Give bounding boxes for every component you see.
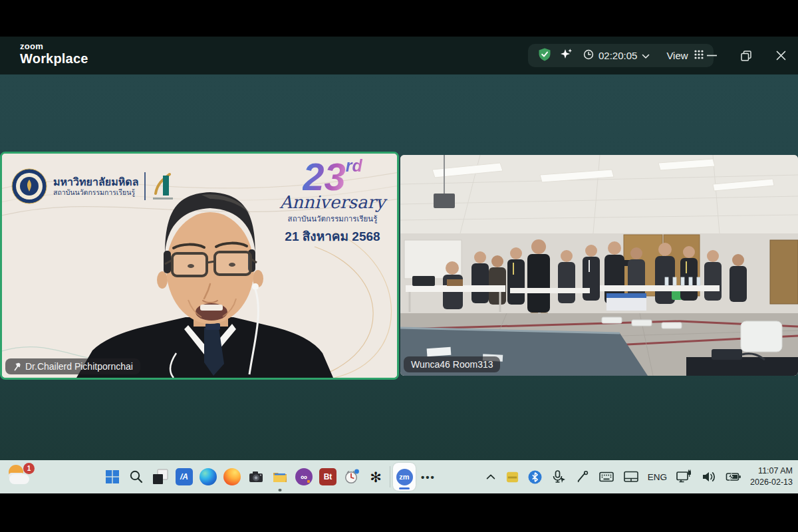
chatgpt-icon: ✻: [370, 470, 382, 484]
tray-chevron-up-button[interactable]: [485, 471, 497, 483]
battery-charging-icon: [726, 469, 741, 484]
chevron-up-icon: [485, 471, 497, 483]
mahidol-logo-block: มหาวิทยาลัยมหิดล สถาบันนวัตกรรมการเรียนร…: [11, 168, 174, 204]
taskbar-app-bt[interactable]: Bt: [316, 462, 340, 492]
active-app-indicator: [399, 487, 410, 489]
brand-workplace-text: Workplace: [20, 51, 88, 66]
meeting-controls-pill: 02:20:05 View: [528, 44, 714, 67]
start-button[interactable]: [100, 462, 124, 492]
brand-zoom-text: zoom: [20, 42, 88, 51]
timer-value: 02:20:05: [598, 50, 637, 61]
system-tray: ENG 11:07 AM 2026-02-13: [485, 460, 793, 493]
zoom-workplace-logo: zoom Workplace: [20, 42, 88, 66]
taskbar-app-firefox[interactable]: [220, 462, 244, 492]
taskbar-app-icons: /A ∞ Bt ✻: [100, 460, 440, 493]
video-tile-room[interactable]: Wunca46 Room313: [400, 155, 798, 376]
minimize-button[interactable]: [694, 37, 729, 74]
tray-volume-button[interactable]: [701, 469, 717, 485]
sticky-notes-icon: [505, 470, 519, 484]
anniversary-graphic: 23rd Anniversary สถาบันนวัตกรรมการเรียนร…: [273, 158, 392, 246]
edge-icon: [200, 468, 217, 485]
infinity-app-icon: ∞: [295, 468, 313, 485]
room-name-label: Wunca46 Room313: [404, 356, 500, 372]
more-dots-icon: •••: [421, 471, 436, 483]
logo-divider: [144, 172, 146, 200]
ica-app-icon: /A: [176, 468, 193, 485]
clock-icon: [583, 49, 594, 63]
restore-button[interactable]: [729, 37, 763, 74]
speaker-name-text: Dr.Chailerd Pichitpornchai: [25, 361, 133, 372]
touchpad-icon: [623, 469, 639, 485]
notification-badge: 1: [23, 463, 35, 474]
chevron-down-icon: [642, 50, 650, 62]
taskbar-app-file-explorer[interactable]: [268, 462, 292, 492]
tray-pen-button[interactable]: [575, 469, 590, 484]
anniversary-ordinal: rd: [346, 156, 362, 175]
meeting-stage: มหาวิทยาลัยมหิดล สถาบันนวัตกรรมการเรียนร…: [0, 74, 798, 460]
windows-icon: [105, 469, 120, 484]
pen-icon: [575, 469, 590, 484]
institute-name-thai: สถาบันนวัตกรรมการเรียนรู้: [53, 188, 138, 196]
encryption-shield-icon[interactable]: [537, 47, 552, 65]
cloud-icon: [9, 474, 29, 484]
task-view-button[interactable]: [148, 462, 172, 492]
keyboard-icon: [598, 469, 614, 485]
anniversary-word: Anniversary: [273, 192, 392, 212]
university-name-thai: มหาวิทยาลัยมหิดล: [53, 176, 138, 188]
meeting-timer[interactable]: 02:20:05: [583, 49, 650, 63]
search-icon: [129, 469, 144, 484]
tray-sticky-notes-button[interactable]: [505, 470, 519, 484]
room-video: [400, 155, 798, 376]
letterbox-bottom: [0, 493, 798, 532]
taskbar-divider: [390, 466, 390, 487]
tray-clock[interactable]: 11:07 AM 2026-02-13: [750, 466, 793, 488]
speaker-name-label: Dr.Chailerd Pichitpornchai: [5, 358, 140, 374]
windows-taskbar: 1 /A: [0, 460, 798, 493]
tray-battery-button[interactable]: [726, 469, 741, 484]
running-indicator: [279, 489, 282, 491]
tray-network-button[interactable]: [676, 469, 692, 485]
camera-icon: [248, 469, 264, 485]
alarm-clock-icon: [344, 469, 360, 485]
tray-time: 11:07 AM: [750, 466, 793, 477]
video-tile-speaker[interactable]: มหาวิทยาลัยมหิดล สถาบันนวัตกรรมการเรียนร…: [0, 152, 399, 380]
weather-widget-button[interactable]: 1: [7, 463, 37, 491]
taskbar-app-chatgpt[interactable]: ✻: [364, 462, 388, 492]
taskbar-more-button[interactable]: •••: [416, 462, 440, 492]
anniversary-date-thai: 21 สิงหาคม 2568: [273, 226, 392, 246]
microphone-cursor-icon: [551, 469, 567, 485]
zoom-title-bar: zoom Workplace 02:20:05 View: [0, 37, 798, 74]
tray-touch-keyboard-button[interactable]: [598, 469, 614, 485]
language-indicator[interactable]: ENG: [648, 472, 667, 482]
taskbar-app-camera[interactable]: [244, 462, 268, 492]
tray-bluetooth-button[interactable]: [528, 470, 542, 484]
taskbar-app-ica[interactable]: /A: [172, 462, 196, 492]
taskbar-app-edge[interactable]: [196, 462, 220, 492]
close-button[interactable]: [763, 37, 798, 74]
institute-anniversary-logo-icon: [152, 171, 174, 201]
pin-icon: [13, 362, 21, 371]
letterbox-top: [0, 0, 798, 37]
window-controls: [694, 37, 798, 74]
tray-microphone-button[interactable]: [551, 469, 567, 485]
anniversary-subtitle-thai: สถาบันนวัตกรรมการเรียนรู้: [273, 213, 392, 225]
zoom-app-icon: zm: [396, 469, 413, 485]
room-name-text: Wunca46 Room313: [411, 359, 493, 370]
taskbar-app-zoom-active[interactable]: zm: [392, 462, 416, 492]
screen: zoom Workplace 02:20:05 View: [0, 0, 798, 532]
file-explorer-icon: [272, 469, 288, 485]
search-button[interactable]: [124, 462, 148, 492]
bt-app-icon: Bt: [319, 468, 336, 485]
taskbar-app-alarm[interactable]: [340, 462, 364, 492]
tray-touchpad-button[interactable]: [623, 469, 639, 485]
network-display-icon: [676, 469, 692, 485]
bluetooth-icon: [528, 470, 542, 484]
speaker-icon: [701, 469, 717, 485]
view-label: View: [666, 50, 688, 61]
tray-date: 2026-02-13: [750, 477, 793, 488]
mahidol-emblem-icon: [11, 168, 47, 204]
ai-companion-icon[interactable]: [559, 47, 573, 64]
firefox-icon: [223, 468, 241, 485]
task-view-icon: [152, 469, 168, 485]
taskbar-app-infinity[interactable]: ∞: [292, 462, 316, 492]
